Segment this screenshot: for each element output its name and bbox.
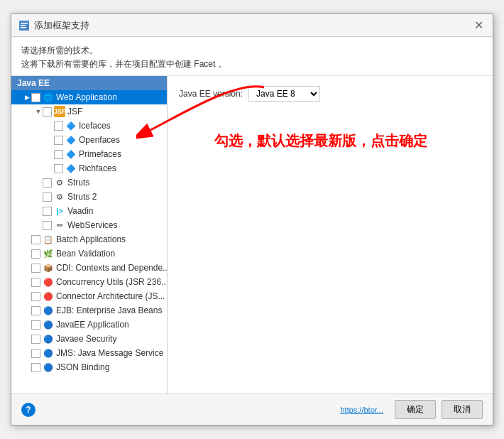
checkbox-javaee-security[interactable] bbox=[31, 335, 40, 344]
checkbox-vaadin[interactable] bbox=[43, 207, 52, 216]
checkbox-webservices[interactable] bbox=[43, 221, 52, 230]
json-binding-label: JSON Binding bbox=[56, 362, 109, 372]
jsf-label: JSF bbox=[67, 107, 82, 116]
cdi-icon: 📦 bbox=[43, 262, 54, 273]
icefaces-label: Icefaces bbox=[79, 121, 111, 131]
vaadin-icon: |> bbox=[54, 205, 65, 217]
checkbox-batch[interactable] bbox=[31, 235, 40, 244]
checkbox-icefaces[interactable] bbox=[54, 121, 63, 131]
icefaces-icon: 🔷 bbox=[65, 120, 77, 131]
tree-item-javaee-app[interactable]: ▶ 🔵 JavaEE Application bbox=[11, 318, 167, 332]
checkbox-jms[interactable] bbox=[31, 349, 40, 358]
red-arrow-svg bbox=[136, 76, 278, 158]
batch-label: Batch Applications bbox=[56, 234, 126, 244]
checkbox-json-binding[interactable] bbox=[31, 363, 40, 372]
concurrency-label: Concurrency Utils (JSR 236... bbox=[56, 277, 168, 287]
confirm-button[interactable]: 确定 bbox=[395, 400, 436, 419]
tree-item-concurrency[interactable]: ▶ 🔴 Concurrency Utils (JSR 236... bbox=[11, 275, 167, 289]
webservices-label: WebServices bbox=[67, 220, 117, 230]
tree-item-ejb[interactable]: ▶ 🔵 EJB: Enterprise Java Beans bbox=[11, 303, 167, 318]
annotation-container: 勾选，默认选择最新版，点击确定 bbox=[179, 130, 481, 151]
checkbox-primefaces[interactable] bbox=[54, 150, 63, 159]
checkbox-struts[interactable] bbox=[43, 178, 52, 188]
checkbox-struts2[interactable] bbox=[43, 193, 52, 202]
concurrency-icon: 🔴 bbox=[43, 276, 54, 288]
javaee-app-label: JavaEE Application bbox=[56, 320, 129, 330]
connector-icon: 🔴 bbox=[43, 291, 54, 302]
jms-icon: 🔵 bbox=[43, 347, 54, 359]
struts-label: Struts bbox=[67, 178, 89, 188]
jsf-icon: JSF bbox=[54, 106, 65, 117]
javaee-app-icon: 🔵 bbox=[43, 319, 54, 330]
richfaces-label: Richfaces bbox=[79, 163, 116, 173]
webservices-icon: ✏ bbox=[54, 220, 65, 231]
svg-rect-2 bbox=[21, 25, 26, 26]
checkbox-openfaces[interactable] bbox=[54, 136, 63, 145]
beanvalidation-label: Bean Validation bbox=[56, 249, 115, 259]
tree-item-struts2[interactable]: ▶ ⚙ Struts 2 bbox=[11, 190, 167, 204]
help-button[interactable]: ? bbox=[21, 403, 35, 417]
web-app-icon: 🌐 bbox=[43, 92, 54, 103]
title-bar: 添加框架支持 ✕ bbox=[11, 14, 493, 37]
checkbox-javaee-app[interactable] bbox=[31, 320, 40, 330]
javaee-security-icon: 🔵 bbox=[43, 333, 54, 345]
dialog-icon bbox=[18, 20, 30, 31]
right-panel: Java EE version: Java EE 5 Java EE 6 Jav… bbox=[168, 76, 493, 394]
tree-item-vaadin[interactable]: ▶ |> Vaadin bbox=[11, 204, 167, 218]
connector-label: Connector Architecture (JS... bbox=[56, 291, 165, 301]
description-line1: 请选择所需的技术。 bbox=[21, 44, 483, 58]
ejb-icon: 🔵 bbox=[43, 305, 54, 316]
struts2-icon: ⚙ bbox=[54, 191, 65, 202]
openfaces-label: Openfaces bbox=[79, 135, 120, 145]
description-line2: 这将下载所有需要的库，并在项目配置中创建 Facet 。 bbox=[21, 58, 483, 71]
struts-icon: ⚙ bbox=[54, 177, 65, 188]
dialog-body: 请选择所需的技术。 这将下载所有需要的库，并在项目配置中创建 Facet 。 J… bbox=[11, 37, 493, 394]
svg-rect-3 bbox=[21, 27, 26, 28]
vaadin-label: Vaadin bbox=[67, 206, 93, 216]
checkbox-beanvalidation[interactable] bbox=[31, 249, 40, 259]
jms-label: JMS: Java Message Service bbox=[56, 348, 163, 358]
struts2-label: Struts 2 bbox=[67, 192, 97, 202]
tree-item-cdi[interactable]: ▶ 📦 CDI: Contexts and Depende... bbox=[11, 261, 167, 275]
web-app-label: Web Application bbox=[56, 92, 117, 102]
add-framework-dialog: 添加框架支持 ✕ 请选择所需的技术。 这将下载所有需要的库，并在项目配置中创建 … bbox=[11, 13, 493, 426]
tree-item-batch[interactable]: ▶ 📋 Batch Applications bbox=[11, 232, 167, 246]
footer-buttons: https://btor... 确定 取消 bbox=[340, 400, 483, 419]
checkbox-jsf[interactable] bbox=[43, 107, 52, 116]
footer-link[interactable]: https://btor... bbox=[340, 406, 383, 414]
tree-item-webservices[interactable]: ▶ ✏ WebServices bbox=[11, 218, 167, 232]
cancel-button[interactable]: 取消 bbox=[442, 400, 483, 419]
svg-rect-1 bbox=[21, 23, 28, 24]
dialog-title: 添加框架支持 bbox=[34, 19, 89, 32]
tree-item-json-binding[interactable]: ▶ 🔵 JSON Binding bbox=[11, 360, 167, 374]
batch-icon: 📋 bbox=[43, 234, 54, 245]
description-area: 请选择所需的技术。 这将下载所有需要的库，并在项目配置中创建 Facet 。 bbox=[11, 37, 493, 76]
tree-item-struts[interactable]: ▶ ⚙ Struts bbox=[11, 175, 167, 190]
javaee-security-label: Javaee Security bbox=[56, 334, 116, 344]
cdi-label: CDI: Contexts and Depende... bbox=[56, 263, 168, 273]
expand-arrow-jsf: ▼ bbox=[34, 107, 43, 116]
ejb-label: EJB: Enterprise Java Beans bbox=[56, 305, 162, 315]
primefaces-icon: 🔷 bbox=[65, 148, 77, 160]
expand-arrow-web-app: ▶ bbox=[23, 93, 31, 102]
close-button[interactable]: ✕ bbox=[471, 18, 486, 33]
richfaces-icon: 🔷 bbox=[65, 163, 77, 174]
tree-item-richfaces[interactable]: ▶ 🔷 Richfaces bbox=[11, 161, 167, 175]
tree-item-beanvalidation[interactable]: ▶ 🌿 Bean Validation bbox=[11, 246, 167, 261]
dialog-footer: ? https://btor... 确定 取消 bbox=[11, 394, 493, 425]
primefaces-label: Primefaces bbox=[79, 149, 121, 159]
json-binding-icon: 🔵 bbox=[43, 362, 54, 373]
checkbox-richfaces[interactable] bbox=[54, 164, 63, 173]
tree-item-javaee-security[interactable]: ▶ 🔵 Javaee Security bbox=[11, 332, 167, 346]
tree-item-connector[interactable]: ▶ 🔴 Connector Architecture (JS... bbox=[11, 289, 167, 303]
main-content: Java EE ▶ 🌐 Web Application ▼ JSF JSF bbox=[11, 76, 493, 394]
beanvalidation-icon: 🌿 bbox=[43, 248, 54, 259]
checkbox-concurrency[interactable] bbox=[31, 278, 40, 287]
tree-item-jms[interactable]: ▶ 🔵 JMS: Java Message Service bbox=[11, 346, 167, 360]
title-bar-left: 添加框架支持 bbox=[18, 19, 89, 32]
checkbox-ejb[interactable] bbox=[31, 306, 40, 315]
checkbox-connector[interactable] bbox=[31, 292, 40, 301]
checkbox-cdi[interactable] bbox=[31, 264, 40, 273]
openfaces-icon: 🔷 bbox=[65, 134, 77, 146]
checkbox-web-app[interactable] bbox=[31, 93, 40, 102]
